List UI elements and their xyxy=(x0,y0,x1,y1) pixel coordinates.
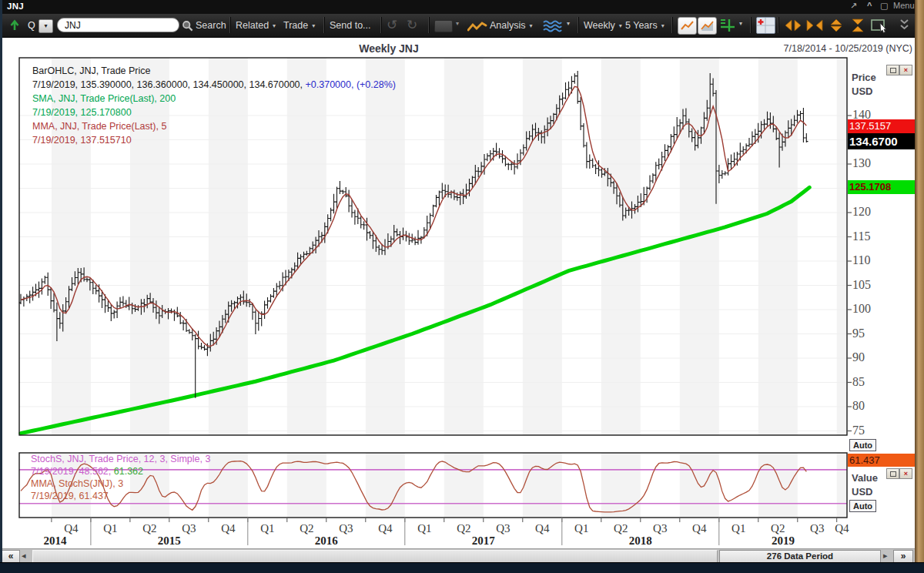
range-label: 5 Years xyxy=(625,20,658,31)
time-scrollbar[interactable]: « ◂ 276 Data Period ▸ » xyxy=(0,548,915,563)
send-to-button[interactable]: Send to... xyxy=(330,20,371,31)
toolbar-separator xyxy=(428,17,429,33)
price-axis-title: Price xyxy=(852,72,876,83)
legend-stoch-mma-value: 7/19/2019, 61.437 xyxy=(31,491,109,501)
x-axis-quarter-label: Q2 xyxy=(293,522,320,535)
chart-title: Weekly JNJ xyxy=(323,42,454,55)
grid-settings-icon[interactable] xyxy=(756,17,775,34)
x-axis-quarter-label: Q1 xyxy=(410,522,438,535)
panel-minimize-button[interactable] xyxy=(886,468,899,479)
sma-price-marker: 125.1708 xyxy=(848,180,916,194)
legend-stoch-mma: MMA, StochS(JNJ), 3 xyxy=(31,478,123,489)
redo-icon[interactable]: ↻ xyxy=(407,17,417,33)
legend-stochs-values: 7/19/2019, 48.562, 61.362 xyxy=(31,466,143,477)
scroll-left-arrow[interactable]: ◂ xyxy=(22,550,26,561)
toolbar-overflow-icon[interactable] xyxy=(899,18,909,35)
price-levels-icon[interactable] xyxy=(719,18,736,35)
x-axis-quarter-label: Q2 xyxy=(450,522,477,535)
panel-minimize-button[interactable] xyxy=(886,65,899,75)
x-axis-year-label: 2019 xyxy=(760,534,806,548)
window-border-bottom xyxy=(0,562,924,573)
window-restore-icon[interactable]: ▢ xyxy=(880,1,888,11)
x-axis-quarter-label: Q4 xyxy=(371,522,399,535)
x-axis-quarter-label: Q4 xyxy=(685,522,713,535)
toolbar: Q ▾ Search Related▾ Trade▾ Send to... ↺ … xyxy=(0,14,924,38)
value-axis-title: Value xyxy=(852,472,878,484)
toolbar-separator xyxy=(671,17,672,33)
titlebar: JNJ ↗ ^ ▢ Menu ▾ xyxy=(0,0,924,14)
toolbar-separator xyxy=(380,17,381,33)
legend-stochs-k: 7/19/2019, 48.562, xyxy=(31,466,111,477)
price-tick-label: 105 xyxy=(852,278,871,292)
expand-horizontal-icon[interactable] xyxy=(784,18,802,36)
legend-stochs-d: 61.362 xyxy=(114,466,143,477)
line-chart-style-button[interactable] xyxy=(678,17,697,35)
scroll-far-right-button[interactable]: » xyxy=(893,550,913,563)
stoch-value-marker: 61.437 xyxy=(848,454,916,467)
x-axis-quarter-label: Q1 xyxy=(725,522,752,535)
symbol-input[interactable] xyxy=(57,18,179,32)
trade-label: Trade xyxy=(283,20,308,31)
expand-vertical-icon[interactable] xyxy=(827,18,845,36)
chart-date-range: 7/18/2014 - 10/25/2019 (NYC) xyxy=(784,43,912,54)
folder-dropdown[interactable]: ▾ xyxy=(456,20,459,27)
zoom-selection-icon[interactable] xyxy=(870,18,890,36)
legend-mma: MMA, JNJ, Trade Price(Last), 5 xyxy=(32,121,166,132)
quote-type-dropdown[interactable]: ▾ xyxy=(38,19,53,33)
toolbar-separator xyxy=(578,17,578,33)
legend-ohlc-values: 7/19/2019, 135.390000, 136.360000, 134.4… xyxy=(32,79,396,90)
panel-close-button[interactable]: × xyxy=(899,468,912,479)
panel-close-button[interactable]: × xyxy=(899,65,912,75)
levels-dropdown[interactable]: ▾ xyxy=(739,20,742,27)
x-axis-quarter-label: Q1 xyxy=(96,522,124,535)
related-label: Related xyxy=(236,20,269,31)
price-tick-label: 80 xyxy=(852,399,865,413)
window-border-left xyxy=(0,0,2,562)
mountain-chart-style-button[interactable] xyxy=(698,17,717,35)
price-tick-label: 120 xyxy=(852,205,871,219)
data-period-button[interactable]: 276 Data Period xyxy=(719,550,881,563)
window-border-right xyxy=(915,0,924,563)
scroll-right-arrow[interactable]: ▸ xyxy=(883,550,888,561)
trade-button[interactable]: Trade▾ xyxy=(283,20,315,31)
saved-charts-folder-icon[interactable] xyxy=(434,20,453,32)
analysis-button[interactable]: Analysis▾ xyxy=(490,20,533,31)
x-axis-year-label: 2016 xyxy=(303,534,350,548)
last-price-marker: 134.6700 xyxy=(848,133,917,149)
x-axis-quarter-label: Q3 xyxy=(175,522,203,535)
toolbar-separator xyxy=(229,17,230,33)
value-axis-auto-button[interactable]: Auto xyxy=(849,500,876,512)
x-axis-year-label: 2017 xyxy=(460,534,507,548)
price-tick-label: 130 xyxy=(852,156,871,170)
price-tick-label: 110 xyxy=(852,253,870,267)
range-dropdown[interactable]: 5 Years▾ xyxy=(625,20,665,31)
scrollbar-thumb[interactable] xyxy=(32,550,718,563)
x-axis-quarter-label: Q3 xyxy=(803,522,831,535)
analysis-squiggle-icon xyxy=(467,22,487,35)
related-button[interactable]: Related▾ xyxy=(236,20,276,31)
undo-icon[interactable]: ↺ xyxy=(387,17,397,33)
quote-type-label: Q xyxy=(28,20,35,31)
mma-price-marker: 137.5157 xyxy=(848,119,916,133)
x-axis-year-label: 2015 xyxy=(146,534,192,548)
waves-dropdown[interactable]: ▾ xyxy=(567,20,570,27)
legend-barohlc: BarOHLC, JNJ, Trade Price xyxy=(32,65,151,76)
x-axis-quarter-label: Q2 xyxy=(607,522,634,535)
toolbar-separator xyxy=(750,17,751,33)
x-axis-year-label: 2018 xyxy=(618,534,664,548)
price-tick-label: 85 xyxy=(852,375,865,389)
legend-stochs: StochS, JNJ, Trade Price, 12, 3, Simple,… xyxy=(31,454,210,464)
compress-vertical-icon[interactable] xyxy=(849,18,867,36)
price-tick-label: 95 xyxy=(852,327,865,340)
price-axis-auto-button[interactable]: Auto xyxy=(849,439,876,451)
collapse-icon[interactable]: ^ xyxy=(867,1,872,10)
compress-horizontal-icon[interactable] xyxy=(805,18,824,36)
waves-overlay-icon[interactable] xyxy=(542,19,563,35)
x-axis-quarter-label: Q4 xyxy=(57,522,85,535)
legend-ohlc-numbers: 7/19/2019, 135.390000, 136.360000, 134.4… xyxy=(32,79,303,90)
timeframe-dropdown[interactable]: Weekly▾ xyxy=(584,20,622,31)
popout-icon[interactable]: ↗ xyxy=(850,1,857,11)
x-axis-quarter-label: Q1 xyxy=(567,522,595,535)
scroll-far-left-button[interactable]: « xyxy=(2,550,20,563)
search-button[interactable]: Search xyxy=(196,20,226,31)
